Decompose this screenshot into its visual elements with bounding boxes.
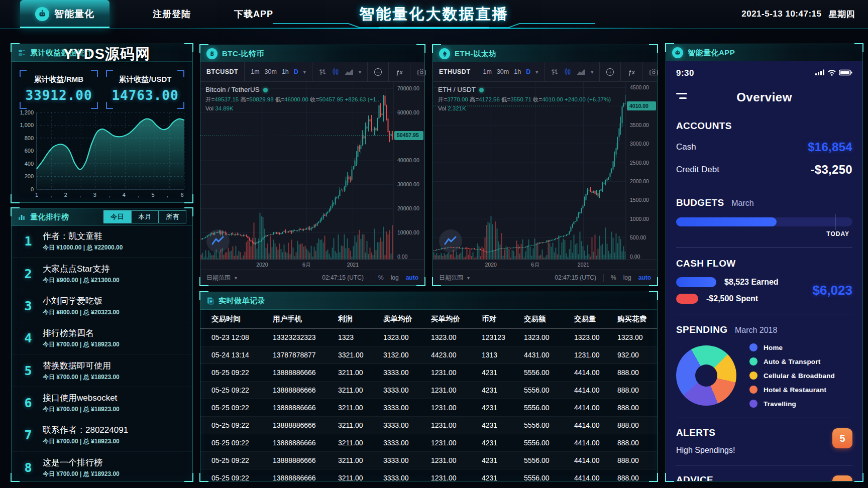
- interval-1m[interactable]: 1m: [251, 68, 259, 75]
- table-row[interactable]: 05-25 09:22138888866663211.003333.001231…: [200, 417, 657, 434]
- interval-1m[interactable]: 1m: [483, 68, 492, 75]
- area-style-icon[interactable]: [577, 68, 586, 76]
- interval-1d[interactable]: D: [526, 68, 530, 75]
- bars-style-icon[interactable]: [318, 68, 327, 76]
- area-style-icon[interactable]: [345, 68, 354, 76]
- btc-change: +826.63 (+1...: [345, 96, 381, 102]
- nav-link-download-app[interactable]: 下载APP: [234, 8, 273, 20]
- btc-legend: Bitcoin / TetherUS 开=49537.15 高=50829.98…: [205, 85, 381, 113]
- table-cell: 4231: [482, 439, 524, 447]
- eth-candlestick-chart[interactable]: 4500.003500.003000.002500.002000.001500.…: [433, 82, 657, 270]
- chevron-down-icon[interactable]: ▾: [303, 69, 306, 75]
- rank-detail: 今日 ¥700.00 | 总 ¥18923.00: [43, 405, 120, 414]
- compare-plus-icon[interactable]: [374, 68, 382, 76]
- table-row[interactable]: 05-23 12:081332323232313231323.001323.00…: [200, 329, 657, 346]
- table-row[interactable]: 05-25 09:22138888866663211.003333.001231…: [200, 364, 657, 382]
- chevron-down-icon[interactable]: ▾: [591, 69, 593, 75]
- earnings-panel-header: 累计收益数据统计: [12, 44, 192, 62]
- table-row[interactable]: 05-25 09:22138888866663211.003333.001231…: [200, 452, 657, 469]
- ranking-list-item[interactable]: 8这是一个排行榜今日 ¥700.00 | 总 ¥18923.00: [12, 452, 192, 481]
- tab-today[interactable]: 今日: [103, 210, 131, 223]
- table-row[interactable]: 05-24 13:14137878788773321.003132.004423…: [200, 346, 657, 364]
- table-row[interactable]: 05-25 09:22138888866663211.003333.001231…: [200, 434, 657, 452]
- alerts-section: ALERTS High Spendings! 5: [676, 427, 852, 455]
- table-cell: 3333.00: [383, 421, 431, 429]
- tab-all[interactable]: 所有: [159, 210, 186, 223]
- ranking-list-item[interactable]: 2大家点点Star支持今日 ¥900.00 | 总 ¥21300.00: [12, 258, 192, 290]
- table-cell: 4231: [482, 404, 524, 412]
- chevron-down-icon[interactable]: ▾: [467, 275, 470, 281]
- rank-detail: 今日 ¥900.00 | 总 ¥21300.00: [43, 276, 120, 285]
- chart-watermark-logo: [439, 229, 462, 253]
- alerts-badge[interactable]: 5: [832, 428, 852, 448]
- svg-text:3500.00: 3500.00: [630, 122, 649, 128]
- date-range-button[interactable]: 日期范围: [439, 274, 463, 282]
- camera-icon[interactable]: [649, 68, 658, 76]
- nav-link-register[interactable]: 注册登陆: [153, 8, 191, 20]
- weekday-text: 星期四: [829, 9, 855, 20]
- table-row[interactable]: 05-25 09:22138888866663211.003333.001231…: [200, 469, 657, 481]
- compare-plus-icon[interactable]: [606, 68, 614, 76]
- spending-period: March 2018: [735, 326, 778, 334]
- stat-rmb: 累计收益/RMB 33912.00: [20, 70, 98, 109]
- svg-text:B: B: [210, 51, 214, 57]
- app-title-row: Overview: [676, 90, 852, 105]
- interval-30m[interactable]: 30m: [265, 68, 277, 75]
- svg-text:800: 800: [25, 135, 34, 141]
- table-row[interactable]: 05-25 09:22138888866663211.003333.001231…: [200, 382, 657, 399]
- utc-time[interactable]: 02:47:15 (UTC): [555, 274, 596, 281]
- rank-detail: 今日 ¥700.00 | 总 ¥18923.00: [43, 373, 120, 382]
- utc-time[interactable]: 02:47:15 (UTC): [322, 274, 364, 281]
- btc-candlestick-chart[interactable]: 70000.0060000.0040000.0030000.0020000.00…: [200, 82, 424, 270]
- status-time: 9:30: [676, 68, 694, 78]
- btc-panel-header: B BTC-比特币: [200, 45, 424, 63]
- table-cell: 1323: [338, 333, 383, 341]
- eth-symbol[interactable]: ETHUSDT: [439, 68, 471, 75]
- brand-tab[interactable]: 智能量化: [20, 0, 110, 28]
- btc-chart-footer: 日期范围 ▾ 02:47:15 (UTC) % log auto: [200, 270, 424, 285]
- log-scale-button[interactable]: log: [623, 274, 631, 281]
- tab-month[interactable]: 本月: [131, 210, 159, 223]
- table-cell: 05-25 09:22: [211, 439, 273, 447]
- spending-donut-chart[interactable]: [676, 345, 736, 406]
- date-range-button[interactable]: 日期范围: [206, 274, 231, 282]
- table-row[interactable]: 05-25 09:22138888866663211.003333.001231…: [200, 399, 657, 417]
- btc-volume: Vol 34.89K: [205, 104, 381, 113]
- percent-scale-button[interactable]: %: [611, 274, 616, 281]
- ranking-list-item[interactable]: 4排行榜第四名今日 ¥700.00 | 总 ¥18923.00: [12, 322, 192, 354]
- table-cell: 3211.00: [338, 421, 383, 429]
- chevron-down-icon[interactable]: ▾: [359, 69, 361, 75]
- btc-symbol[interactable]: BTCUSDT: [206, 68, 238, 75]
- ranking-list-item[interactable]: 5替换数据即可使用今日 ¥700.00 | 总 ¥18923.00: [12, 354, 192, 387]
- candles-style-icon[interactable]: [564, 68, 572, 76]
- budget-progress-bar[interactable]: [676, 217, 852, 226]
- table-cell: 13888886666: [273, 404, 338, 412]
- interval-30m[interactable]: 30m: [497, 68, 509, 75]
- percent-scale-button[interactable]: %: [378, 274, 384, 281]
- chevron-down-icon[interactable]: ▾: [535, 69, 538, 75]
- svg-text:0.00: 0.00: [397, 254, 408, 260]
- ranking-list-item[interactable]: 7联系作者：280224091今日 ¥700.00 | 总 ¥18923.00: [12, 419, 192, 451]
- bars-style-icon[interactable]: [551, 68, 559, 76]
- ranking-list-item[interactable]: 6接口使用websocket今日 ¥700.00 | 总 ¥18923.00: [12, 387, 192, 419]
- interval-1h[interactable]: 1h: [282, 68, 289, 75]
- advice-section: ADVICE 3: [676, 474, 852, 481]
- camera-icon[interactable]: [417, 68, 426, 76]
- trades-panel-header: 实时做单记录: [200, 292, 657, 310]
- advice-badge[interactable]: 3: [832, 475, 852, 481]
- interval-1h[interactable]: 1h: [514, 68, 521, 75]
- table-header-row: 交易时间用户手机利润卖单均价买单均价币对交易额交易量购买花费: [200, 309, 657, 329]
- table-cell: 1323.00: [383, 333, 431, 341]
- chevron-down-icon[interactable]: ▾: [235, 275, 237, 281]
- table-cell: 123123: [482, 333, 524, 341]
- app-panel-header: 智能量化APP: [666, 44, 862, 62]
- log-scale-button[interactable]: log: [391, 274, 399, 281]
- ranking-list-item[interactable]: 3小刘同学爱吃饭今日 ¥800.00 | 总 ¥20323.00: [12, 290, 192, 322]
- column-header: 交易时间: [211, 314, 273, 324]
- candles-style-icon[interactable]: [332, 68, 340, 76]
- ranking-list-item[interactable]: 1作者：凯文童鞋今日 ¥1000.00 | 总 ¥22000.00: [12, 225, 192, 258]
- interval-1d[interactable]: D: [294, 68, 298, 75]
- indicators-fx-icon[interactable]: ƒx: [389, 68, 410, 76]
- table-cell: 888.00: [617, 456, 657, 464]
- indicators-fx-icon[interactable]: ƒx: [621, 68, 642, 76]
